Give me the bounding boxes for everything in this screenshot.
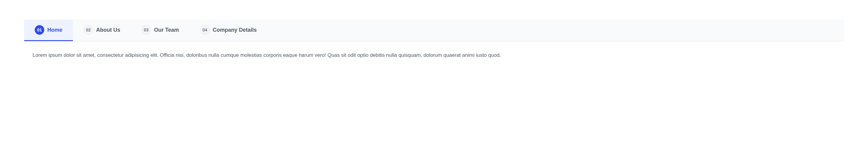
- tab-number-badge: 02: [84, 25, 93, 35]
- tab-label: Company Details: [213, 27, 257, 33]
- tab-label: Home: [47, 27, 62, 33]
- tabs-container: 01 Home 02 About Us 03 Our Team 04 Compa…: [24, 20, 844, 69]
- tab-about-us[interactable]: 02 About Us: [73, 20, 131, 41]
- tab-number-badge: 04: [200, 25, 210, 35]
- tab-number-badge: 01: [35, 25, 44, 35]
- tab-number-badge: 03: [141, 25, 151, 35]
- tab-home[interactable]: 01 Home: [24, 20, 73, 41]
- tab-content: Lorem ipsum dolor sit amet, consectetur …: [24, 42, 844, 69]
- tabs-nav: 01 Home 02 About Us 03 Our Team 04 Compa…: [24, 20, 844, 42]
- tab-label: Our Team: [154, 27, 179, 33]
- tab-label: About Us: [96, 27, 120, 33]
- tab-our-team[interactable]: 03 Our Team: [131, 20, 190, 41]
- content-text: Lorem ipsum dolor sit amet, consectetur …: [33, 51, 835, 59]
- tab-company-details[interactable]: 04 Company Details: [190, 20, 267, 41]
